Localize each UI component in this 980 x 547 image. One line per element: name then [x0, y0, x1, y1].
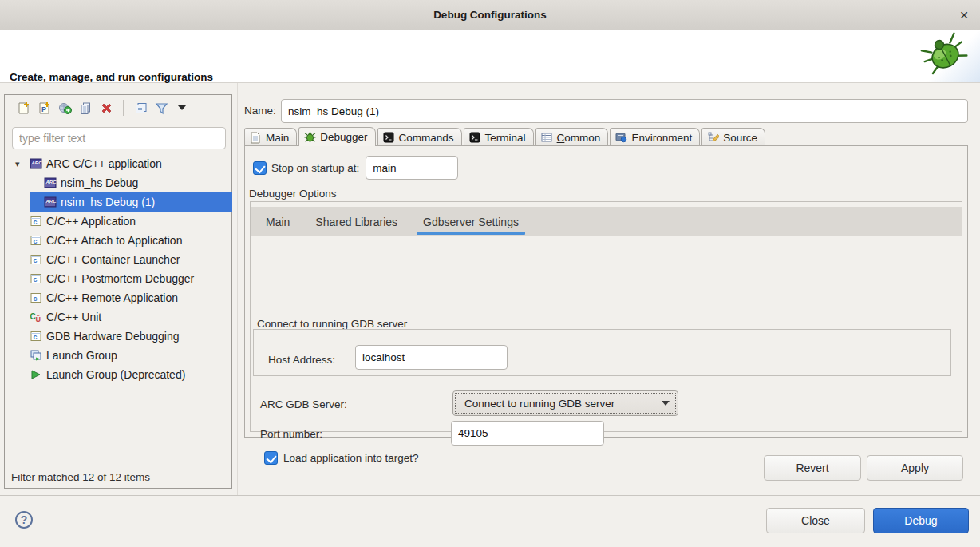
svg-text:c: c	[34, 333, 38, 341]
new-prototype-button[interactable]: P	[34, 98, 54, 117]
export-configurations-icon	[58, 101, 72, 115]
window-close-icon[interactable]: ✕	[959, 0, 969, 30]
window-title: Debug Configurations	[433, 9, 547, 21]
svg-text:c: c	[34, 256, 38, 264]
c-app-icon: c	[30, 291, 42, 304]
load-application-row: Load application into target?	[264, 451, 419, 465]
launch-deprecated-icon	[30, 368, 42, 381]
tree-item-cpp-attach[interactable]: c C/C++ Attach to Application	[6, 231, 232, 250]
port-number-input[interactable]	[451, 421, 604, 446]
help-button[interactable]: ?	[15, 511, 33, 529]
expander-icon[interactable]: ▾	[15, 159, 30, 169]
config-tabbar: Main Debugger Commands Terminal Common E…	[244, 127, 968, 146]
name-label: Name:	[244, 105, 276, 117]
tree-item-nsim-hs-debug[interactable]: ARC nsim_hs Debug	[6, 173, 232, 192]
apply-button[interactable]: Apply	[867, 455, 963, 481]
new-configuration-icon	[17, 101, 30, 115]
launch-group-icon	[30, 349, 42, 362]
c-app-icon: c	[30, 330, 42, 343]
tree-item-cpp-application[interactable]: c C/C++ Application	[6, 212, 232, 231]
arc-config-icon: ARC	[44, 196, 57, 208]
stop-on-startup-checkbox[interactable]	[253, 161, 267, 175]
debugger-options-tabbar: Main Shared Libraries Gdbserver Settings	[251, 207, 962, 236]
svg-text:ARC: ARC	[45, 199, 57, 204]
tree-item-cpp-container[interactable]: c C/C++ Container Launcher	[6, 250, 232, 269]
view-menu-button[interactable]	[172, 98, 192, 117]
tree-item-launch-group-deprecated[interactable]: Launch Group (Deprecated)	[6, 365, 232, 384]
gdb-server-value: Connect to running GDB server	[464, 398, 614, 410]
name-input[interactable]	[281, 99, 968, 123]
load-application-label: Load application into target?	[283, 452, 419, 464]
close-button[interactable]: Close	[766, 508, 865, 533]
cunit-icon: CÜ	[30, 311, 42, 323]
duplicate-button[interactable]	[75, 98, 96, 117]
delete-button[interactable]	[96, 98, 117, 117]
window-titlebar: Debug Configurations ✕	[0, 0, 980, 30]
host-address-input[interactable]	[355, 345, 508, 370]
tree-item-launch-group[interactable]: Launch Group	[6, 346, 232, 365]
stop-on-startup-input[interactable]	[366, 156, 458, 180]
debug-button[interactable]: Debug	[873, 508, 969, 533]
panel-sash[interactable]	[237, 83, 238, 495]
delete-icon	[100, 101, 113, 115]
tree-item-nsim-hs-debug-1[interactable]: ARC nsim_hs Debug (1)	[6, 192, 232, 212]
tab-main[interactable]: Main	[244, 128, 297, 146]
svg-text:P: P	[41, 105, 46, 113]
c-app-icon: c	[30, 234, 42, 247]
filter-status: Filter matched 12 of 12 items	[5, 466, 231, 488]
tree-item-gdb-hardware[interactable]: c GDB Hardware Debugging	[6, 327, 232, 346]
console-icon	[383, 132, 395, 144]
svg-text:c: c	[34, 275, 38, 283]
gdb-server-label: ARC GDB Server:	[260, 398, 347, 410]
dialog-header: Create, manage, and run configurations	[0, 30, 980, 83]
new-prototype-icon: P	[38, 101, 51, 115]
document-icon	[250, 132, 262, 144]
duplicate-icon	[79, 101, 93, 115]
environment-icon	[615, 132, 627, 144]
c-app-icon: c	[30, 215, 42, 228]
inner-tab-gdbserver-settings[interactable]: Gdbserver Settings	[410, 207, 531, 236]
arc-config-icon: ARC	[44, 176, 57, 189]
connect-group-label: Connect to running GDB server	[255, 318, 409, 330]
filter-input[interactable]	[12, 127, 226, 149]
tree-item-cpp-postmortem[interactable]: c C/C++ Postmortem Debugger	[6, 269, 232, 288]
collapse-all-icon	[134, 101, 148, 115]
stop-on-startup-label: Stop on startup at:	[271, 162, 359, 174]
c-app-icon: c	[30, 272, 42, 285]
revert-button[interactable]: Revert	[764, 455, 861, 481]
view-menu-icon	[177, 105, 187, 111]
debugger-options-group: Main Shared Libraries Gdbserver Settings…	[250, 201, 962, 432]
svg-text:ARC: ARC	[45, 180, 57, 184]
configurations-sidebar: P ▾ ARC ARC C/C++ application	[4, 94, 232, 489]
svg-text:c: c	[34, 237, 38, 245]
connect-group: Host Address:	[253, 329, 951, 376]
export-configurations-button[interactable]	[54, 98, 75, 117]
load-application-checkbox[interactable]	[264, 451, 278, 465]
tree-item-cpp-remote[interactable]: c C/C++ Remote Application	[6, 288, 232, 307]
tree-item-cpp-unit[interactable]: CÜ C/C++ Unit	[6, 307, 232, 327]
collapse-all-button[interactable]	[130, 98, 151, 117]
filter-button[interactable]	[151, 98, 172, 117]
c-app-icon: c	[30, 253, 42, 266]
tab-environment[interactable]: Environment	[610, 128, 700, 146]
tab-terminal[interactable]: Terminal	[464, 128, 534, 146]
tab-debugger[interactable]: Debugger	[298, 127, 375, 146]
help-icon: ?	[21, 513, 28, 526]
dialog-subtitle: Create, manage, and run configurations	[10, 71, 213, 83]
table-icon	[541, 132, 553, 144]
footer-divider	[0, 495, 980, 496]
tab-commands[interactable]: Commands	[377, 128, 462, 146]
tree-item-arc-application[interactable]: ▾ ARC ARC C/C++ application	[6, 154, 232, 173]
debug-bug-banner	[911, 31, 980, 82]
debugger-tab-content: Stop on startup at: Debugger Options Mai…	[244, 145, 968, 438]
gdb-server-dropdown[interactable]: Connect to running GDB server	[452, 390, 678, 416]
tab-source[interactable]: Source	[701, 128, 765, 146]
source-tree-icon	[707, 132, 719, 144]
inner-tab-shared-libraries[interactable]: Shared Libraries	[302, 207, 410, 236]
dropdown-arrow-icon	[662, 401, 670, 406]
svg-text:Ü: Ü	[36, 315, 41, 323]
configurations-tree: ▾ ARC ARC C/C++ application ARC nsim_hs …	[6, 154, 232, 466]
tab-common[interactable]: Common	[535, 128, 609, 146]
inner-tab-main[interactable]: Main	[251, 207, 302, 236]
new-configuration-button[interactable]	[13, 98, 34, 117]
